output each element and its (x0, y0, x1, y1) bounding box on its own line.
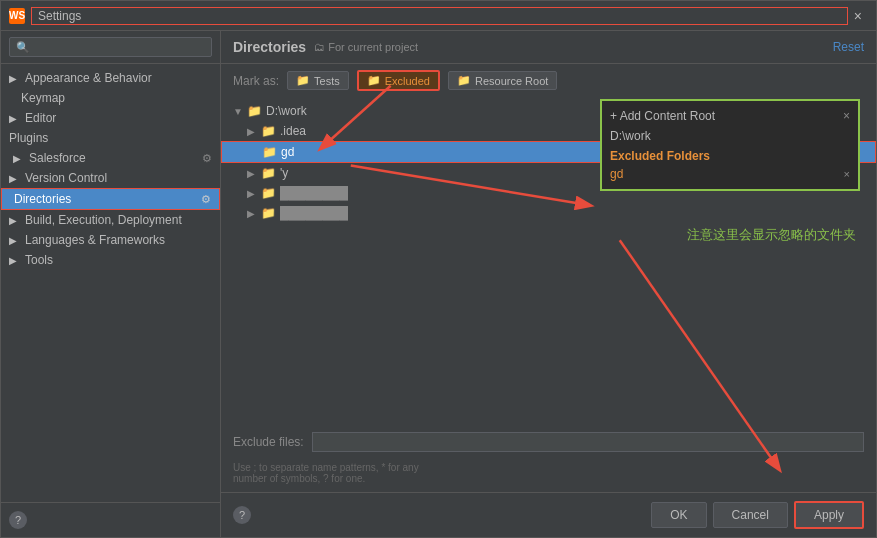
chevron-icon: ▶ (9, 235, 21, 246)
titlebar: WS Settings × (1, 1, 876, 31)
sidebar-item-appearance[interactable]: ▶ Appearance & Behavior (1, 68, 220, 88)
excluded-folder-icon: 📁 (367, 74, 381, 87)
popup-excluded-item: gd (610, 167, 623, 181)
exclude-files-input[interactable] (312, 432, 864, 452)
content-area: ▶ Appearance & Behavior Keymap ▶ Editor … (1, 31, 876, 537)
add-content-root-button[interactable]: + Add Content Root (610, 109, 715, 123)
popup-close-button[interactable]: × (843, 109, 850, 123)
folder-icon: 📁 (261, 124, 276, 138)
chevron-icon: ▶ (9, 73, 21, 84)
mark-as-row: Mark as: 📁 Tests 📁 Excluded 📁 Resource R… (221, 64, 876, 97)
footer: ? OK Cancel Apply (221, 492, 876, 537)
popup-note: 注意这里会显示忽略的文件夹 (687, 226, 856, 244)
chevron-icon: ▶ (9, 113, 21, 124)
exclude-hint: Use ; to separate name patterns, * for a… (221, 460, 876, 492)
chevron-right-icon: ▶ (247, 188, 261, 199)
app-icon: WS (9, 8, 25, 24)
chevron-right-icon: ▶ (247, 168, 261, 179)
sidebar-item-build[interactable]: ▶ Build, Execution, Deployment (1, 210, 220, 230)
sidebar-item-salesforce[interactable]: ▶ Salesforce ⚙ (1, 148, 220, 168)
main-title: Directories (233, 39, 306, 55)
main-header: Directories 🗂 For current project Reset (221, 31, 876, 64)
close-button[interactable]: × (848, 6, 868, 26)
chevron-right-icon: ▶ (247, 208, 261, 219)
sidebar-tree: ▶ Appearance & Behavior Keymap ▶ Editor … (1, 64, 220, 502)
cog-icon[interactable]: ⚙ (201, 193, 211, 206)
chevron-down-icon: ▼ (233, 106, 247, 117)
sidebar-item-directories[interactable]: Directories ⚙ (1, 188, 220, 210)
content-root-popup: + Add Content Root × D:\work Excluded Fo… (600, 99, 860, 191)
sidebar-item-version-control[interactable]: ▶ Version Control (1, 168, 220, 188)
mark-as-label: Mark as: (233, 74, 279, 88)
folder-icon: 📁 (261, 166, 276, 180)
ok-button[interactable]: OK (651, 502, 706, 528)
sidebar-item-editor[interactable]: ▶ Editor (1, 108, 220, 128)
exclude-files-label: Exclude files: (233, 435, 304, 449)
popup-path: D:\work (610, 129, 850, 143)
mark-resource-root-button[interactable]: 📁 Resource Root (448, 71, 557, 90)
popup-header: + Add Content Root × (610, 109, 850, 123)
cog-icon[interactable]: ⚙ (202, 152, 212, 165)
apply-button[interactable]: Apply (794, 501, 864, 529)
folder-icon: 📁 (247, 104, 262, 118)
project-label: 🗂 For current project (314, 41, 418, 53)
help-button[interactable]: ? (9, 511, 27, 529)
exclude-files-row: Exclude files: (221, 424, 876, 460)
help-button-footer[interactable]: ? (233, 506, 251, 524)
reset-button[interactable]: Reset (833, 40, 864, 54)
sidebar-item-plugins[interactable]: Plugins (1, 128, 220, 148)
settings-window: WS Settings × ▶ Appearance & Behavior Ke… (0, 0, 877, 538)
search-input[interactable] (9, 37, 212, 57)
window-title: Settings (31, 7, 848, 25)
resource-folder-icon: 📁 (457, 74, 471, 87)
cancel-button[interactable]: Cancel (713, 502, 788, 528)
main-header-left: Directories 🗂 For current project (233, 39, 418, 55)
popup-remove-button[interactable]: × (844, 168, 850, 180)
chevron-icon: ▶ (9, 255, 21, 266)
popup-excluded-label: Excluded Folders (610, 149, 850, 163)
sidebar-item-tools[interactable]: ▶ Tools (1, 250, 220, 270)
sidebar-bottom: ? (1, 502, 220, 537)
sidebar-item-languages[interactable]: ▶ Languages & Frameworks (1, 230, 220, 250)
search-area (1, 31, 220, 64)
excluded-folder-icon: 📁 (262, 145, 277, 159)
chevron-right-icon: ▶ (247, 126, 261, 137)
chevron-icon: ▶ (9, 173, 21, 184)
main-content: Directories 🗂 For current project Reset … (221, 31, 876, 537)
folder-icon: 📁 (261, 206, 276, 220)
sidebar-item-keymap[interactable]: Keymap (1, 88, 220, 108)
dir-item-blurred2[interactable]: ▶ 📁 ████████ (221, 203, 876, 223)
footer-left: ? (233, 506, 645, 524)
mark-excluded-button[interactable]: 📁 Excluded (357, 70, 440, 91)
folder-icon: 📁 (261, 186, 276, 200)
popup-excluded-row: gd × (610, 167, 850, 181)
tests-folder-icon: 📁 (296, 74, 310, 87)
sidebar: ▶ Appearance & Behavior Keymap ▶ Editor … (1, 31, 221, 537)
chevron-icon: ▶ (13, 153, 25, 164)
chevron-icon: ▶ (9, 215, 21, 226)
mark-tests-button[interactable]: 📁 Tests (287, 71, 349, 90)
